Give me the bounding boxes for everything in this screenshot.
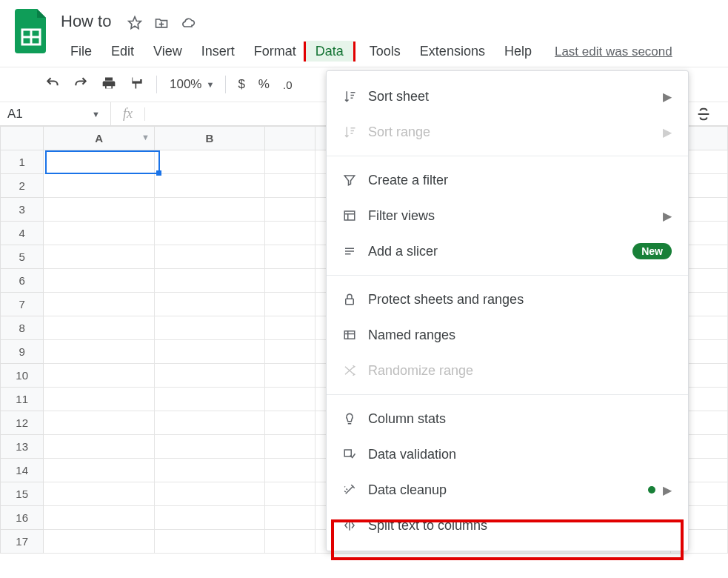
select-all-corner[interactable] (1, 127, 44, 150)
menu-view[interactable]: View (144, 41, 192, 62)
menu-separator (327, 156, 688, 156)
menu-help[interactable]: Help (495, 41, 541, 62)
data-validation-icon (343, 448, 368, 461)
menu-sort-sheet[interactable]: Sort sheet ▶ (327, 79, 688, 114)
paint-format-icon[interactable] (123, 76, 151, 94)
menu-filter-views[interactable]: Filter views ▶ (327, 198, 688, 233)
menu-edit[interactable]: Edit (101, 41, 144, 62)
last-edit-link[interactable]: Last edit was second (555, 44, 672, 59)
data-menu-dropdown: Sort sheet ▶ Sort range ▶ Create a filte… (326, 70, 689, 551)
submenu-arrow-icon: ▶ (663, 209, 672, 223)
menu-item-label: Sort range (368, 124, 663, 140)
menu-create-filter[interactable]: Create a filter (327, 162, 688, 198)
menu-item-label: Protect sheets and ranges (368, 292, 672, 308)
undo-icon[interactable] (39, 76, 67, 94)
row-header[interactable]: 2 (1, 174, 44, 198)
menu-extensions[interactable]: Extensions (410, 41, 495, 62)
menu-data[interactable]: Data (306, 41, 353, 62)
row-header[interactable]: 5 (1, 245, 44, 269)
menu-item-label: Column stats (368, 411, 672, 427)
svg-rect-12 (346, 299, 354, 305)
app-header: How to File Edit View Insert Format Data… (0, 0, 728, 62)
menu-item-label: Create a filter (368, 173, 672, 188)
svg-marker-3 (129, 16, 141, 28)
row-header[interactable]: 16 (1, 506, 44, 530)
row-header[interactable]: 12 (1, 411, 44, 435)
move-icon[interactable] (154, 16, 169, 33)
row-header[interactable]: 1 (1, 150, 44, 174)
randomize-icon (343, 364, 368, 377)
row-header[interactable]: 14 (1, 459, 44, 482)
toolbar-separator (225, 76, 226, 93)
column-header-b[interactable]: B (154, 127, 264, 150)
name-box[interactable]: A1 ▼ (0, 102, 111, 125)
decimal-button[interactable]: .0 (276, 79, 299, 91)
toolbar-separator (156, 76, 157, 93)
column-menu-caret-icon[interactable]: ▼ (141, 133, 150, 142)
menu-item-label: Named ranges (368, 328, 672, 343)
row-header[interactable]: 6 (1, 269, 44, 293)
zoom-value[interactable]: 100% (162, 77, 206, 92)
name-box-caret-icon[interactable]: ▼ (92, 110, 110, 119)
menu-insert[interactable]: Insert (192, 41, 244, 62)
row-header[interactable]: 17 (1, 530, 44, 554)
sheets-logo-icon[interactable] (13, 9, 49, 55)
menu-item-label: Randomize range (368, 363, 672, 379)
row-header[interactable]: 7 (1, 293, 44, 316)
print-icon[interactable] (95, 76, 123, 94)
row-header[interactable]: 11 (1, 388, 44, 411)
svg-rect-6 (344, 211, 355, 220)
row-header[interactable]: 13 (1, 435, 44, 459)
zoom-caret-icon[interactable]: ▼ (206, 80, 220, 89)
cleanup-icon (343, 483, 368, 496)
name-box-value: A1 (7, 107, 23, 122)
row-header[interactable]: 4 (1, 222, 44, 245)
menu-file[interactable]: File (61, 41, 101, 62)
menu-data-validation[interactable]: Data validation (327, 436, 688, 472)
currency-button[interactable]: $ (231, 77, 251, 92)
sort-range-icon (343, 125, 368, 139)
submenu-arrow-icon: ▶ (663, 90, 672, 104)
menu-format[interactable]: Format (244, 41, 306, 62)
menu-separator (327, 394, 688, 395)
column-header-a[interactable]: A ▼ (44, 127, 154, 150)
menu-column-stats[interactable]: Column stats (327, 401, 688, 436)
column-label: A (95, 132, 103, 144)
menu-split-text[interactable]: Split text to columns (327, 508, 688, 543)
menu-named-ranges[interactable]: Named ranges (327, 317, 688, 353)
split-icon (343, 519, 368, 532)
menu-item-label: Split text to columns (368, 518, 672, 534)
menu-item-label: Data validation (368, 447, 672, 462)
sort-sheet-icon (343, 90, 368, 103)
menu-add-slicer[interactable]: Add a slicer New (327, 233, 688, 269)
menu-item-label: Add a slicer (368, 244, 632, 259)
menu-item-label: Filter views (368, 208, 663, 224)
menu-separator (327, 275, 688, 276)
redo-icon[interactable] (67, 76, 95, 94)
menu-tools[interactable]: Tools (360, 41, 410, 62)
menu-protect-sheets[interactable]: Protect sheets and ranges (327, 282, 688, 317)
strikethrough-icon[interactable] (695, 106, 712, 126)
fx-separator (144, 107, 145, 121)
star-icon[interactable] (127, 16, 142, 33)
menu-sort-range: Sort range ▶ (327, 114, 688, 150)
column-header[interactable] (265, 127, 315, 150)
percent-button[interactable]: % (252, 77, 276, 92)
menu-data-cleanup[interactable]: Data cleanup ▶ (327, 472, 688, 508)
svg-rect-13 (344, 331, 355, 339)
column-label: B (206, 132, 214, 144)
row-header[interactable]: 10 (1, 364, 44, 388)
row-header[interactable]: 9 (1, 340, 44, 364)
menu-item-label: Sort sheet (368, 89, 663, 104)
cloud-status-icon[interactable] (181, 16, 196, 33)
row-header[interactable]: 8 (1, 316, 44, 340)
lock-icon (343, 293, 368, 306)
named-ranges-icon (343, 328, 368, 342)
new-badge: New (632, 243, 672, 259)
document-title[interactable]: How to (61, 12, 111, 33)
filter-icon (343, 173, 368, 187)
menu-randomize-range: Randomize range (327, 353, 688, 388)
menu-bar: File Edit View Insert Format Data Tools … (61, 41, 672, 62)
row-header[interactable]: 3 (1, 198, 44, 222)
row-header[interactable]: 15 (1, 482, 44, 506)
